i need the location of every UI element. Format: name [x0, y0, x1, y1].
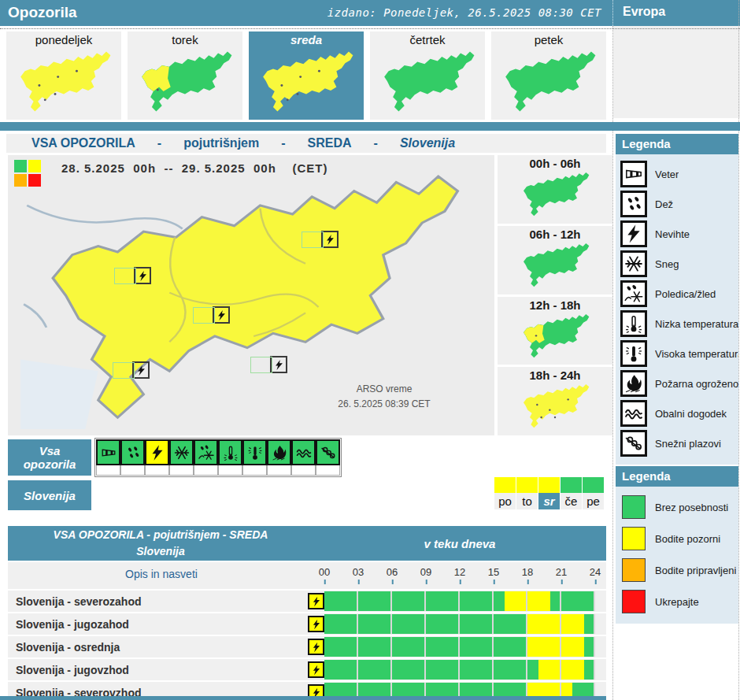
- day-po[interactable]: po: [494, 477, 516, 509]
- warning-type-nevihte[interactable]: [145, 439, 169, 476]
- warning-type-pozarna[interactable]: [267, 439, 291, 476]
- warning-timeline: [324, 614, 595, 634]
- warning-level-grid: [14, 160, 42, 187]
- storm-icon: [308, 616, 324, 632]
- orange-level-swatch: [622, 558, 646, 582]
- day-pe[interactable]: pe: [583, 477, 604, 509]
- warning-type-nizka-temperatura[interactable]: [218, 439, 242, 476]
- legend-item-pozarna-ogrozenost: Požarna ogroženost: [616, 369, 738, 398]
- legend-body: Brez posebnosti Bodite pozorni Bodite pr…: [616, 487, 738, 624]
- table-header: VSA OPOZORILA - pojutrišnjem - SREDA Slo…: [8, 526, 606, 561]
- ice-icon: [194, 439, 218, 465]
- legend-title: Legenda: [616, 466, 738, 487]
- nw-warning-region: [524, 324, 545, 343]
- red-level-swatch: [622, 590, 646, 613]
- title-part: pojutrišnjem: [183, 136, 259, 150]
- yellow-level-swatch: [622, 527, 646, 550]
- title-separator: -: [374, 136, 378, 150]
- warning-type-obalni[interactable]: [291, 439, 316, 476]
- day-strip: po to sr če pe: [494, 477, 604, 509]
- coastal-icon: [620, 400, 647, 427]
- time-panel-06-12: 06h - 12h: [498, 226, 612, 294]
- warning-timeline: [324, 660, 595, 680]
- slovenia-map-thumbnail: [512, 171, 598, 218]
- warning-type-poledica[interactable]: [194, 439, 218, 476]
- hour-tick: 03: [353, 566, 364, 578]
- tab-cetrtek[interactable]: četrtek: [370, 31, 485, 120]
- fire-icon: [267, 439, 291, 465]
- day-sr[interactable]: sr: [538, 477, 560, 509]
- windsock-icon: [96, 439, 120, 465]
- legend-item-obalni-dogodek: Obalni dogodek: [616, 398, 738, 428]
- warnings-page: Opozorila izdano: Ponedeljek, 26.5.2025 …: [0, 0, 740, 700]
- hour-tick: 21: [556, 566, 567, 578]
- slovenia-map-thumbnail: [13, 49, 114, 115]
- legend-item-poledica: Poledica/žled: [616, 279, 738, 309]
- ice-icon: [620, 280, 647, 307]
- day-to[interactable]: to: [516, 477, 538, 509]
- section-title: VSA OPOZORILA - pojutrišnjem - SREDA - S…: [6, 134, 606, 153]
- warning-type-plazovi[interactable]: [316, 439, 340, 476]
- tab-torek[interactable]: torek: [128, 31, 242, 120]
- tab-sreda[interactable]: sreda: [249, 31, 364, 120]
- warning-type-visoka-temperatura[interactable]: [242, 439, 267, 476]
- rain-icon: [620, 191, 647, 217]
- warning-type-dez[interactable]: [120, 439, 145, 476]
- slovenia-map-thumbnail: [512, 383, 598, 430]
- snow-icon: [169, 439, 194, 465]
- tab-evropa[interactable]: Evropa: [612, 0, 740, 26]
- time-panel-00-06: 00h - 06h: [498, 155, 612, 224]
- level-green: [14, 160, 27, 172]
- table-row-jugovzhod: Slovenija - jugovzhod: [8, 659, 606, 680]
- avalanche-icon: [316, 439, 340, 465]
- hour-tick: 15: [488, 566, 499, 578]
- time-panel-label: 18h - 24h: [498, 367, 612, 383]
- divider: [0, 696, 606, 700]
- time-panel-label: 06h - 12h: [498, 226, 612, 242]
- divider: [738, 0, 739, 700]
- day-ce[interactable]: če: [561, 477, 582, 509]
- snow-icon: [620, 250, 647, 277]
- title-part: VSA OPOZORILA: [31, 136, 135, 150]
- green-level-swatch: [622, 495, 646, 519]
- slovenia-row-label: Slovenija: [8, 480, 91, 510]
- tab-label: ponedeljek: [6, 31, 121, 49]
- legend-level-yellow: Bodite pozorni: [616, 523, 738, 554]
- hour-tick: 06: [387, 566, 398, 578]
- table-row-severozahod: Slovenija - severozahod: [8, 591, 606, 612]
- day-warning-color: [583, 477, 604, 493]
- legend-item-sneg: Sneg: [616, 249, 738, 279]
- all-warnings-label: Vsa opozorila: [8, 439, 91, 476]
- legend-item-visoka-temperatura: Visoka temperatura: [616, 339, 738, 369]
- legend-body: Veter Dež Nevihte Sneg Poledica/žled Niz…: [616, 154, 738, 465]
- hour-tick: 18: [522, 566, 533, 578]
- table-row-jugozahod: Slovenija - jugozahod: [8, 613, 606, 635]
- page-title: Opozorila: [8, 4, 77, 21]
- legend-item-nevihte: Nevihte: [616, 219, 738, 249]
- page-header: Opozorila izdano: Ponedeljek, 26.5.2025 …: [0, 0, 612, 26]
- warning-type-veter[interactable]: [96, 439, 120, 476]
- legend-item-nizka-temperatura: Nizka temperatura: [616, 309, 738, 339]
- region-name: Slovenija - severozahod: [8, 595, 142, 608]
- legend-level-green: Brez posebnosti: [616, 491, 738, 523]
- evropa-label: Evropa: [623, 5, 665, 19]
- avalanche-icon: [620, 430, 647, 457]
- map-credit-time: 26. 5.2025 08:39 CET: [305, 397, 463, 412]
- slovenia-map-thumbnail: [256, 49, 357, 115]
- legend-item-snezni-plazovi: Snežni plazovi: [616, 428, 738, 458]
- warning-timeline: [324, 637, 595, 657]
- tab-petek[interactable]: petek: [491, 31, 606, 120]
- title-part: Slovenija: [400, 136, 455, 150]
- warning-type-sneg[interactable]: [169, 439, 194, 476]
- day-warning-color: [516, 477, 538, 493]
- region-name: Slovenija - jugozahod: [8, 618, 129, 631]
- time-panel-label: 12h - 18h: [498, 297, 612, 313]
- time-panel-18-24: 18h - 24h: [498, 367, 612, 435]
- day-warning-color: [538, 477, 560, 493]
- tab-ponedeljek[interactable]: ponedeljek: [6, 31, 121, 120]
- tab-label: sreda: [249, 31, 364, 49]
- title-separator: -: [157, 136, 161, 150]
- hour-tick: 12: [454, 566, 465, 578]
- tab-label: torek: [128, 31, 242, 49]
- warning-map: 28. 5.2025 00h -- 29. 5.2025 00h (CET) A…: [8, 155, 494, 435]
